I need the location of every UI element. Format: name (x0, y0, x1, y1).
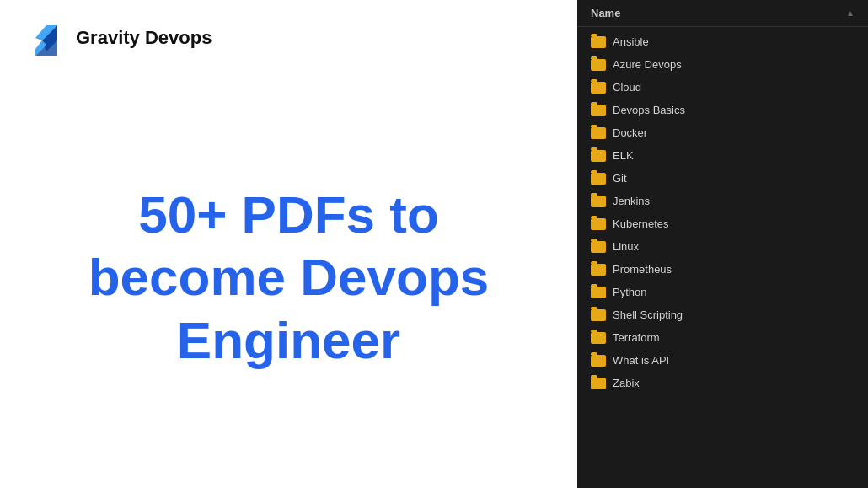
file-name: ELK (613, 149, 634, 162)
list-item[interactable]: Docker (577, 121, 868, 144)
file-name: Terraform (613, 331, 660, 344)
header: Gravity Devops (25, 17, 552, 59)
list-item[interactable]: Terraform (577, 326, 868, 349)
folder-icon (591, 355, 606, 367)
folder-icon (591, 173, 606, 185)
list-item[interactable]: Kubernetes (577, 212, 868, 235)
folder-icon (591, 309, 606, 321)
file-name: Cloud (613, 81, 641, 94)
file-name: Shell Scripting (613, 308, 683, 321)
brand-name: Gravity Devops (76, 27, 212, 49)
right-panel: Name ▲ AnsibleAzure DevopsCloudDevops Ba… (577, 0, 868, 488)
file-name: Python (613, 286, 646, 298)
list-item[interactable]: ELK (577, 144, 868, 167)
main-heading: 50+ PDFs to become Devops Engineer (25, 84, 552, 471)
file-name: Git (613, 172, 627, 185)
flutter-logo-icon (25, 17, 67, 59)
file-name: Linux (613, 240, 639, 253)
folder-icon (591, 105, 606, 116)
list-item[interactable]: Ansible (577, 30, 868, 53)
file-name: Ansible (613, 35, 649, 48)
folder-icon (591, 150, 606, 162)
file-list-header: Name ▲ (577, 0, 868, 27)
file-list: AnsibleAzure DevopsCloudDevops BasicsDoc… (577, 27, 868, 398)
list-item[interactable]: Zabix (577, 372, 868, 394)
file-name: Docker (613, 126, 647, 139)
main-heading-text: 50+ PDFs to become Devops Engineer (88, 184, 490, 372)
list-item[interactable]: Prometheus (577, 258, 868, 281)
file-name: Zabix (613, 377, 640, 389)
list-item[interactable]: What is API (577, 349, 868, 372)
file-name: Prometheus (613, 263, 672, 276)
file-name: Jenkins (613, 195, 650, 207)
file-name: What is API (613, 354, 669, 367)
list-item[interactable]: Cloud (577, 76, 868, 99)
folder-icon (591, 378, 606, 389)
folder-icon (591, 82, 606, 94)
left-panel: Gravity Devops 50+ PDFs to become Devops… (0, 0, 577, 488)
list-item[interactable]: Git (577, 167, 868, 190)
column-name-header: Name (591, 7, 620, 19)
list-item[interactable]: Shell Scripting (577, 303, 868, 326)
folder-icon (591, 218, 606, 230)
list-item[interactable]: Jenkins (577, 190, 868, 212)
folder-icon (591, 287, 606, 298)
folder-icon (591, 196, 606, 207)
folder-icon (591, 36, 606, 48)
file-name: Azure Devops (613, 58, 682, 71)
file-name: Devops Basics (613, 104, 685, 116)
folder-icon (591, 59, 606, 71)
folder-icon (591, 264, 606, 276)
file-name: Kubernetes (613, 217, 669, 230)
folder-icon (591, 127, 606, 139)
scroll-up-indicator: ▲ (846, 8, 855, 18)
list-item[interactable]: Azure Devops (577, 53, 868, 76)
list-item[interactable]: Devops Basics (577, 99, 868, 121)
folder-icon (591, 332, 606, 344)
list-item[interactable]: Linux (577, 235, 868, 258)
list-item[interactable]: Python (577, 281, 868, 303)
folder-icon (591, 241, 606, 253)
